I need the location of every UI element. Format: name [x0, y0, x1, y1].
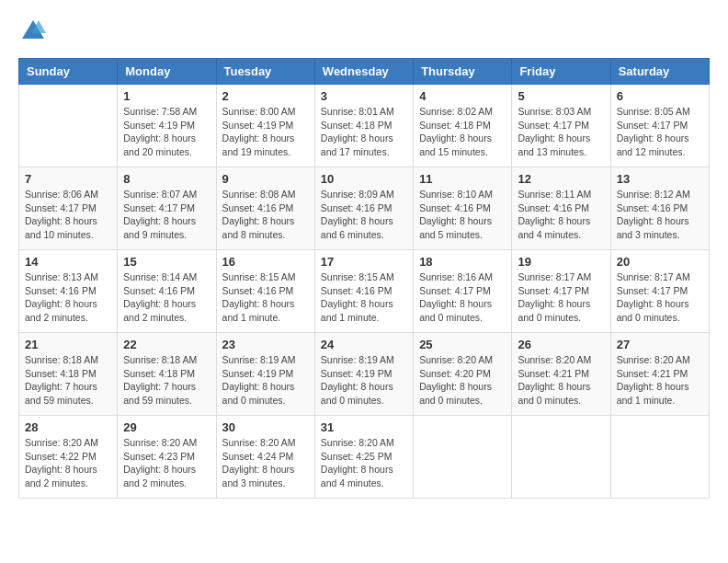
calendar-cell: 23Sunrise: 8:19 AMSunset: 4:19 PMDayligh…: [216, 333, 314, 416]
day-info: Sunrise: 8:18 AMSunset: 4:18 PMDaylight:…: [123, 353, 210, 408]
calendar-cell: 7Sunrise: 8:06 AMSunset: 4:17 PMDaylight…: [19, 167, 118, 250]
day-info: Sunrise: 8:17 AMSunset: 4:17 PMDaylight:…: [617, 270, 703, 325]
week-row-3: 14Sunrise: 8:13 AMSunset: 4:16 PMDayligh…: [19, 250, 710, 333]
calendar-cell: 8Sunrise: 8:07 AMSunset: 4:17 PMDaylight…: [118, 167, 216, 250]
calendar-cell: 1Sunrise: 7:58 AMSunset: 4:19 PMDaylight…: [118, 85, 216, 167]
day-info: Sunrise: 8:20 AMSunset: 4:20 PMDaylight:…: [419, 353, 506, 408]
day-number: 6: [617, 89, 703, 103]
week-row-4: 21Sunrise: 8:18 AMSunset: 4:18 PMDayligh…: [19, 333, 710, 416]
day-info: Sunrise: 8:20 AMSunset: 4:22 PMDaylight:…: [25, 436, 111, 490]
weekday-header-sunday: Sunday: [19, 59, 118, 85]
logo: [18, 18, 46, 49]
calendar-cell: 6Sunrise: 8:05 AMSunset: 4:17 PMDaylight…: [610, 85, 709, 167]
week-row-1: 1Sunrise: 7:58 AMSunset: 4:19 PMDaylight…: [19, 85, 710, 167]
weekday-header-thursday: Thursday: [414, 59, 512, 85]
day-info: Sunrise: 8:03 AMSunset: 4:17 PMDaylight:…: [518, 105, 604, 159]
calendar-cell: 31Sunrise: 8:20 AMSunset: 4:25 PMDayligh…: [314, 416, 413, 499]
calendar-cell: 28Sunrise: 8:20 AMSunset: 4:22 PMDayligh…: [19, 416, 118, 499]
day-info: Sunrise: 8:02 AMSunset: 4:18 PMDaylight:…: [419, 105, 506, 159]
day-number: 31: [321, 420, 407, 434]
weekday-header-saturday: Saturday: [610, 59, 709, 85]
calendar-cell: [610, 416, 709, 499]
day-number: 7: [25, 172, 111, 186]
calendar-cell: 11Sunrise: 8:10 AMSunset: 4:16 PMDayligh…: [414, 167, 512, 250]
day-info: Sunrise: 8:08 AMSunset: 4:16 PMDaylight:…: [222, 188, 309, 242]
day-info: Sunrise: 8:15 AMSunset: 4:16 PMDaylight:…: [321, 270, 407, 325]
day-info: Sunrise: 8:14 AMSunset: 4:16 PMDaylight:…: [123, 270, 210, 325]
calendar-cell: 27Sunrise: 8:20 AMSunset: 4:21 PMDayligh…: [610, 333, 709, 416]
day-info: Sunrise: 8:20 AMSunset: 4:21 PMDaylight:…: [617, 353, 703, 408]
weekday-header-friday: Friday: [512, 59, 610, 85]
day-number: 21: [25, 338, 111, 351]
logo-icon: [20, 18, 46, 44]
day-number: 18: [419, 255, 506, 269]
day-info: Sunrise: 8:17 AMSunset: 4:17 PMDaylight:…: [518, 270, 604, 325]
weekday-header-wednesday: Wednesday: [314, 59, 413, 85]
day-number: 28: [25, 420, 111, 434]
calendar-cell: [19, 85, 118, 167]
calendar-cell: 4Sunrise: 8:02 AMSunset: 4:18 PMDaylight…: [414, 85, 512, 167]
calendar-cell: 5Sunrise: 8:03 AMSunset: 4:17 PMDaylight…: [512, 85, 610, 167]
day-number: 22: [123, 338, 210, 351]
calendar-cell: 13Sunrise: 8:12 AMSunset: 4:16 PMDayligh…: [610, 167, 709, 250]
page-header: [18, 18, 710, 49]
calendar-cell: 3Sunrise: 8:01 AMSunset: 4:18 PMDaylight…: [314, 85, 413, 167]
day-number: 13: [617, 172, 703, 186]
day-number: 10: [321, 172, 407, 186]
calendar-cell: 24Sunrise: 8:19 AMSunset: 4:19 PMDayligh…: [314, 333, 413, 416]
day-number: 26: [518, 338, 604, 351]
day-info: Sunrise: 8:05 AMSunset: 4:17 PMDaylight:…: [617, 105, 703, 159]
calendar-cell: 30Sunrise: 8:20 AMSunset: 4:24 PMDayligh…: [216, 416, 314, 499]
day-number: 23: [222, 338, 309, 351]
day-info: Sunrise: 8:06 AMSunset: 4:17 PMDaylight:…: [25, 188, 111, 242]
day-info: Sunrise: 8:18 AMSunset: 4:18 PMDaylight:…: [25, 353, 111, 408]
calendar-cell: [414, 416, 512, 499]
calendar-cell: [512, 416, 610, 499]
week-row-2: 7Sunrise: 8:06 AMSunset: 4:17 PMDaylight…: [19, 167, 710, 250]
day-info: Sunrise: 8:00 AMSunset: 4:19 PMDaylight:…: [222, 105, 309, 159]
calendar-cell: 9Sunrise: 8:08 AMSunset: 4:16 PMDaylight…: [216, 167, 314, 250]
day-number: 20: [617, 255, 703, 269]
calendar-cell: 17Sunrise: 8:15 AMSunset: 4:16 PMDayligh…: [314, 250, 413, 333]
day-info: Sunrise: 8:13 AMSunset: 4:16 PMDaylight:…: [25, 270, 111, 325]
day-info: Sunrise: 8:15 AMSunset: 4:16 PMDaylight:…: [222, 270, 309, 325]
day-info: Sunrise: 8:20 AMSunset: 4:24 PMDaylight:…: [222, 436, 309, 490]
day-info: Sunrise: 8:11 AMSunset: 4:16 PMDaylight:…: [518, 188, 604, 242]
calendar-cell: 16Sunrise: 8:15 AMSunset: 4:16 PMDayligh…: [216, 250, 314, 333]
day-info: Sunrise: 8:09 AMSunset: 4:16 PMDaylight:…: [321, 188, 407, 242]
calendar-cell: 20Sunrise: 8:17 AMSunset: 4:17 PMDayligh…: [610, 250, 709, 333]
day-number: 29: [123, 420, 210, 434]
day-number: 2: [222, 89, 309, 103]
day-number: 19: [518, 255, 604, 269]
day-info: Sunrise: 8:07 AMSunset: 4:17 PMDaylight:…: [123, 188, 210, 242]
calendar-cell: 19Sunrise: 8:17 AMSunset: 4:17 PMDayligh…: [512, 250, 610, 333]
calendar-cell: 25Sunrise: 8:20 AMSunset: 4:20 PMDayligh…: [414, 333, 512, 416]
week-row-5: 28Sunrise: 8:20 AMSunset: 4:22 PMDayligh…: [19, 416, 710, 499]
calendar-cell: 10Sunrise: 8:09 AMSunset: 4:16 PMDayligh…: [314, 167, 413, 250]
day-info: Sunrise: 8:16 AMSunset: 4:17 PMDaylight:…: [419, 270, 506, 325]
calendar-cell: 29Sunrise: 8:20 AMSunset: 4:23 PMDayligh…: [118, 416, 216, 499]
day-number: 14: [25, 255, 111, 269]
calendar-cell: 14Sunrise: 8:13 AMSunset: 4:16 PMDayligh…: [19, 250, 118, 333]
day-number: 17: [321, 255, 407, 269]
day-info: Sunrise: 8:19 AMSunset: 4:19 PMDaylight:…: [222, 353, 309, 408]
day-info: Sunrise: 8:10 AMSunset: 4:16 PMDaylight:…: [419, 188, 506, 242]
day-number: 8: [123, 172, 210, 186]
day-info: Sunrise: 7:58 AMSunset: 4:19 PMDaylight:…: [123, 105, 210, 159]
weekday-header-row: SundayMondayTuesdayWednesdayThursdayFrid…: [19, 59, 710, 85]
day-number: 27: [617, 338, 703, 351]
day-info: Sunrise: 8:20 AMSunset: 4:25 PMDaylight:…: [321, 436, 407, 490]
day-number: 15: [123, 255, 210, 269]
day-info: Sunrise: 8:19 AMSunset: 4:19 PMDaylight:…: [321, 353, 407, 408]
calendar-cell: 12Sunrise: 8:11 AMSunset: 4:16 PMDayligh…: [512, 167, 610, 250]
day-number: 4: [419, 89, 506, 103]
calendar-table: SundayMondayTuesdayWednesdayThursdayFrid…: [18, 58, 710, 499]
day-number: 25: [419, 338, 506, 351]
day-number: 1: [123, 89, 210, 103]
day-number: 30: [222, 420, 309, 434]
calendar-cell: 26Sunrise: 8:20 AMSunset: 4:21 PMDayligh…: [512, 333, 610, 416]
weekday-header-monday: Monday: [118, 59, 216, 85]
calendar-cell: 18Sunrise: 8:16 AMSunset: 4:17 PMDayligh…: [414, 250, 512, 333]
calendar-cell: 21Sunrise: 8:18 AMSunset: 4:18 PMDayligh…: [19, 333, 118, 416]
day-number: 9: [222, 172, 309, 186]
